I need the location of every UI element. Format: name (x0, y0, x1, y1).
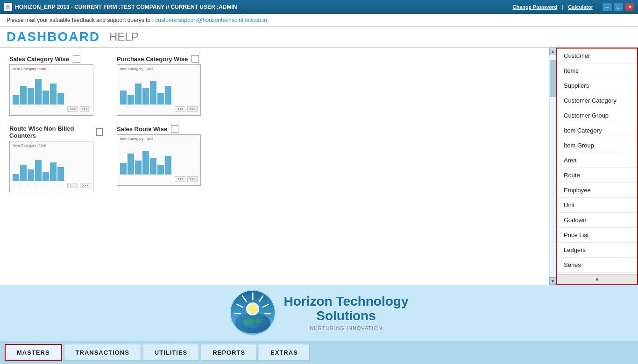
titlebar-title: HORIZON_ERP 2013 - CURRENT FIRM :TEST CO… (15, 4, 237, 10)
nav-btn-utilities[interactable]: UTILITIES (143, 344, 199, 361)
chart-header-purchase-category: Purchase Category Wise (117, 55, 210, 63)
chart-bar (28, 88, 34, 105)
chart-checkbox-route-non-billed[interactable] (96, 128, 103, 136)
sidebar-item-customer[interactable]: Customer (557, 49, 637, 63)
chart-frame-sales-route: Item Category : Unit<<<>>> (117, 134, 201, 186)
scroll-thumb (550, 60, 556, 97)
chart-next-btn[interactable]: >>> (80, 106, 90, 112)
dashboard-title[interactable]: DASHBOARD (7, 29, 100, 44)
titlebar-left: H HORIZON_ERP 2013 - CURRENT FIRM :TEST … (4, 3, 237, 11)
bottom-nav: MASTERSTRANSACTIONSUTILITIESREPORTSEXTRA… (0, 341, 638, 364)
sidebar-item-item-category[interactable]: Item Category (557, 123, 637, 138)
chart-bar (165, 156, 171, 175)
chart-bar (165, 86, 171, 105)
nav-btn-reports[interactable]: REPORTS (201, 344, 257, 361)
chart-frame-sales-category: Item Category : Unit<<<>>> (9, 64, 93, 116)
chart-bar (57, 93, 64, 105)
chart-next-btn[interactable]: >>> (80, 183, 90, 188)
nav-btn-extras[interactable]: EXTRAS (259, 344, 310, 361)
nav-btn-masters[interactable]: MASTERS (5, 344, 62, 361)
chart-bar (20, 165, 27, 181)
chart-bar (150, 81, 156, 105)
chart-bar (142, 88, 149, 105)
chart-next-btn[interactable]: >>> (187, 106, 198, 112)
chart-bar (57, 167, 64, 181)
svg-point-13 (245, 323, 260, 328)
chart-bar (120, 163, 127, 175)
sidebar-item-ledgers[interactable]: Ledgers (557, 243, 637, 258)
chart-title-route-non-billed: Route Wise Non Billed Counters (9, 125, 92, 139)
restore-btn[interactable]: □ (614, 3, 623, 11)
chart-checkbox-purchase-category[interactable] (191, 55, 199, 63)
help-title[interactable]: HELP (109, 30, 139, 43)
sidebar-item-customer-group[interactable]: Customer Group (557, 108, 637, 123)
content-area: Sales Category WiseItem Category : Unit<… (0, 48, 549, 285)
change-password-btn[interactable]: Change Password (512, 4, 557, 10)
chart-bar (135, 161, 142, 175)
sidebar-item-area[interactable]: Area (557, 153, 637, 168)
logo-text: Horizon Technology Solutions NURTURING I… (284, 294, 408, 331)
scroll-down-btn[interactable]: ▼ (549, 277, 557, 285)
chart-title-sales-category: Sales Category Wise (9, 56, 69, 63)
chart-prev-btn[interactable]: <<< (175, 176, 185, 182)
feedback-bar: Please mail your valuable feedback and s… (0, 14, 638, 27)
sidebar-item-price-list[interactable]: Price List (557, 228, 637, 243)
chart-prev-btn[interactable]: <<< (175, 106, 185, 112)
chart-header-route-non-billed: Route Wise Non Billed Counters (9, 125, 103, 139)
chart-prev-btn[interactable]: <<< (67, 106, 78, 112)
chart-frame-purchase-category: Item Category : Unit<<<>>> (117, 64, 201, 116)
chart-bar (128, 154, 134, 175)
sidebar-items-container: CustomerItemsSuppliersCustomer CategoryC… (557, 49, 637, 274)
sidebar-item-employee[interactable]: Employee (557, 183, 637, 198)
chart-bar (35, 160, 42, 181)
chart-bars-sales-category (10, 77, 93, 105)
chart-prev-btn[interactable]: <<< (67, 183, 78, 188)
chart-bar (13, 174, 19, 181)
sidebar-item-unit[interactable]: Unit (557, 198, 637, 213)
sidebar-item-route[interactable]: Route (557, 168, 637, 183)
chart-widget-route-non-billed: Route Wise Non Billed CountersItem Categ… (9, 125, 103, 192)
chart-widget-sales-category: Sales Category WiseItem Category : Unit<… (9, 55, 103, 116)
sidebar-item-item-group[interactable]: Item Group (557, 138, 637, 153)
sidebar-scroll-down-btn[interactable]: ▼ (557, 274, 637, 284)
feedback-text: Please mail your valuable feedback and s… (7, 17, 154, 23)
chart-bar (120, 91, 127, 105)
chart-bars-route-non-billed (10, 153, 93, 181)
calculator-btn[interactable]: Calculator (568, 4, 593, 10)
chart-bar (135, 84, 142, 105)
sidebar-item-customer-category[interactable]: Customer Category (557, 93, 637, 108)
sidebar-item-series[interactable]: Series (557, 258, 637, 273)
chart-bar (43, 91, 49, 105)
nav-btn-transactions[interactable]: TRANSACTIONS (64, 344, 141, 361)
content-scrollbar: ▲ ▼ (549, 48, 556, 285)
chart-bar (43, 172, 49, 181)
chart-title-sales-route: Sales Route Wise (117, 126, 167, 133)
header: DASHBOARD HELP (0, 27, 638, 48)
close-btn[interactable]: ✕ (625, 3, 634, 11)
sidebar-item-suppliers[interactable]: Suppliers (557, 78, 637, 93)
chart-bar (28, 169, 34, 181)
logo-graphic-svg (229, 289, 276, 336)
chart-bar (157, 93, 164, 105)
logo-area: Horizon Technology Solutions NURTURING I… (0, 285, 638, 341)
chart-frame-route-non-billed: Item Category : Unit<<<>>> (9, 141, 93, 192)
logo-tagline: NURTURING INNOVATION (284, 325, 408, 331)
chart-checkbox-sales-route[interactable] (171, 125, 178, 133)
sidebar-item-godown[interactable]: Godown (557, 213, 637, 228)
minimize-btn[interactable]: ─ (603, 3, 612, 11)
chart-bar (13, 95, 19, 105)
chart-bar (128, 95, 134, 105)
sidebar-item-items[interactable]: Items (557, 63, 637, 78)
chart-next-btn[interactable]: >>> (187, 176, 198, 182)
chart-bars-purchase-category (117, 77, 200, 105)
scroll-up-btn[interactable]: ▲ (549, 48, 557, 55)
window-controls: ─ □ ✕ (603, 3, 634, 11)
chart-widget-sales-route: Sales Route WiseItem Category : Unit<<<>… (117, 125, 210, 192)
titlebar: H HORIZON_ERP 2013 - CURRENT FIRM :TEST … (0, 0, 638, 14)
right-sidebar: CustomerItemsSuppliersCustomer CategoryC… (556, 48, 638, 285)
app-icon: H (4, 3, 12, 11)
scroll-body (550, 55, 556, 277)
feedback-email[interactable]: customersupport@horizontechsolutions.co.… (155, 17, 267, 23)
chart-checkbox-sales-category[interactable] (73, 55, 80, 63)
chart-bar (50, 84, 57, 105)
